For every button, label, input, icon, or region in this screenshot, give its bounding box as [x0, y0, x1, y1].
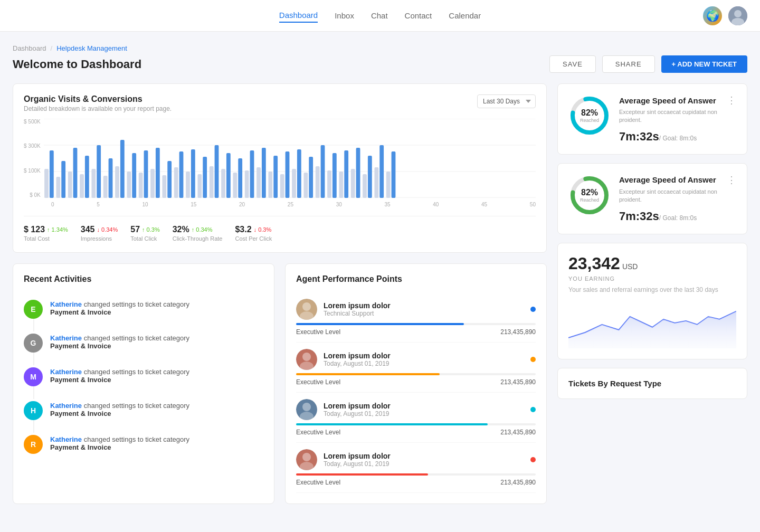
activity-item: H Katherine changed settings to ticket c… [24, 394, 263, 428]
svg-rect-24 [144, 150, 148, 198]
nav-dashboard[interactable]: Dashboard [279, 8, 318, 23]
svg-rect-47 [280, 174, 284, 198]
nav-contact[interactable]: Contact [405, 9, 432, 22]
agent-info: Lorem ipsum dolor Technical Support [324, 301, 524, 317]
x-label-10: 10 [142, 202, 148, 207]
donut-label-2: 82% Reached [580, 188, 599, 203]
activity-text: changed settings to ticket category [84, 402, 189, 410]
svg-rect-14 [85, 156, 89, 198]
svg-rect-17 [103, 176, 107, 198]
activity-category: Payment & Invoice [50, 443, 263, 451]
nav-icons: 🌍 [703, 6, 747, 25]
svg-rect-63 [374, 167, 378, 198]
svg-rect-49 [292, 169, 296, 198]
agent-status-dot [530, 407, 536, 412]
recent-activities-card: Recent Activities E Katherine changed se… [13, 263, 274, 504]
speed-desc-2: Excepteur sint occaecat cupidatat non pr… [619, 188, 736, 204]
save-button[interactable]: SAVE [549, 55, 596, 73]
svg-rect-64 [379, 145, 384, 198]
speed-menu-1[interactable]: ⋮ [727, 94, 736, 106]
svg-point-68 [302, 302, 311, 311]
recent-activities-title: Recent Activities [24, 274, 263, 284]
chart-titles: Organic Visits & Conversions Detailed br… [24, 94, 172, 112]
activity-content: Katherine changed settings to ticket cat… [50, 367, 263, 384]
nav-chat[interactable]: Chat [371, 9, 388, 22]
x-label-40: 40 [433, 202, 439, 207]
user-avatar[interactable] [728, 6, 747, 25]
nav-calendar[interactable]: Calendar [449, 9, 481, 22]
svg-rect-45 [268, 172, 272, 198]
speed-value-1: 7m:32s/ Goal: 8m:0s [619, 130, 736, 144]
activity-avatar: G [24, 334, 43, 353]
svg-rect-18 [108, 158, 112, 198]
speed-menu-2[interactable]: ⋮ [727, 174, 736, 186]
y-axis-labels: $ 500K $ 300K $ 100K $ 0K [24, 119, 44, 198]
tickets-title: Tickets By Request Type [568, 379, 736, 388]
speed-title-2: Average Speed of Answer [619, 175, 716, 184]
globe-icon[interactable]: 🌍 [703, 6, 722, 25]
activity-name: Katherine [50, 368, 82, 376]
donut-sub-1: Reached [580, 118, 599, 123]
progress-bar [296, 423, 536, 425]
bar-chart-svg [44, 119, 536, 198]
chart-wrapper: $ 500K $ 300K $ 100K $ 0K [24, 119, 536, 207]
agent-avatar [296, 449, 317, 470]
agent-status-dot [530, 307, 536, 312]
activity-text: changed settings to ticket category [84, 300, 189, 308]
svg-rect-53 [315, 166, 319, 198]
x-label-25: 25 [288, 202, 293, 207]
speed-header-2: 82% Reached Average Speed of Answer ⋮ Ex… [568, 174, 736, 223]
svg-rect-22 [132, 153, 136, 198]
earnings-desc: Your sales and referral earnings over th… [568, 285, 736, 294]
agent-performance-card: Agent Performance Points Lorem ipsum dol… [285, 263, 547, 504]
donut-sub-2: Reached [580, 197, 599, 203]
breadcrumb-current[interactable]: Helpdesk Management [56, 44, 127, 52]
agent-score: 213,435,890 [500, 378, 536, 386]
agent-status-dot [530, 357, 536, 362]
sparkline-area [568, 301, 736, 348]
svg-rect-48 [285, 151, 289, 198]
svg-rect-51 [303, 173, 308, 198]
speed-info-1: Average Speed of Answer ⋮ Excepteur sint… [619, 94, 736, 144]
svg-rect-46 [273, 156, 278, 198]
activity-category: Payment & Invoice [50, 308, 263, 316]
svg-rect-59 [350, 169, 355, 198]
svg-rect-37 [221, 169, 225, 198]
earnings-amount: 23,342 [568, 254, 620, 273]
agent-avatar [296, 299, 317, 320]
donut-label-1: 82% Reached [580, 108, 599, 123]
y-label-500k: $ 500K [24, 119, 41, 125]
activity-name: Katherine [50, 435, 82, 443]
earnings-header: 23,342 USD [568, 254, 736, 273]
svg-rect-36 [214, 145, 218, 198]
page-title: Welcome to Dashboard [13, 58, 141, 71]
stat-change-cost: ↑ 1.34% [47, 226, 68, 233]
add-ticket-button[interactable]: + ADD NEW TICKET [661, 55, 747, 73]
content-grid: Organic Visits & Conversions Detailed br… [13, 83, 747, 504]
agent-footer: Executive Level 213,435,890 [296, 328, 536, 336]
earnings-card: 23,342 USD YOU EARNING Your sales and re… [557, 243, 747, 359]
donut-pct-2: 82% [580, 188, 599, 197]
share-button[interactable]: SHARE [602, 55, 655, 73]
nav-links: Dashboard Inbox Chat Contact Calendar [279, 8, 481, 23]
agent-footer: Executive Level 213,435,890 [296, 429, 536, 436]
svg-point-74 [302, 403, 311, 411]
svg-rect-31 [186, 172, 190, 198]
breadcrumb-root[interactable]: Dashboard [13, 44, 46, 52]
agent-role: Today, August 01, 2019 [324, 360, 524, 367]
x-label-50: 50 [530, 202, 536, 207]
svg-rect-29 [174, 167, 178, 198]
agent-level: Executive Level [296, 429, 340, 436]
activity-content: Katherine changed settings to ticket cat… [50, 300, 263, 316]
stat-value-imp: 345 [81, 225, 95, 234]
stat-value-click: 57 [130, 225, 140, 234]
progress-fill [296, 423, 488, 425]
activity-name: Katherine [50, 334, 82, 342]
nav-inbox[interactable]: Inbox [335, 9, 354, 22]
agent-info: Lorem ipsum dolor Today, August 01, 2019 [324, 402, 524, 417]
activity-category: Payment & Invoice [50, 342, 263, 350]
activity-description: Katherine changed settings to ticket cat… [50, 300, 263, 308]
main-container: Dashboard / Helpdesk Management Welcome … [0, 32, 760, 517]
donut-2: 82% Reached [568, 174, 611, 216]
date-filter-select[interactable]: Last 30 Days [477, 94, 536, 108]
